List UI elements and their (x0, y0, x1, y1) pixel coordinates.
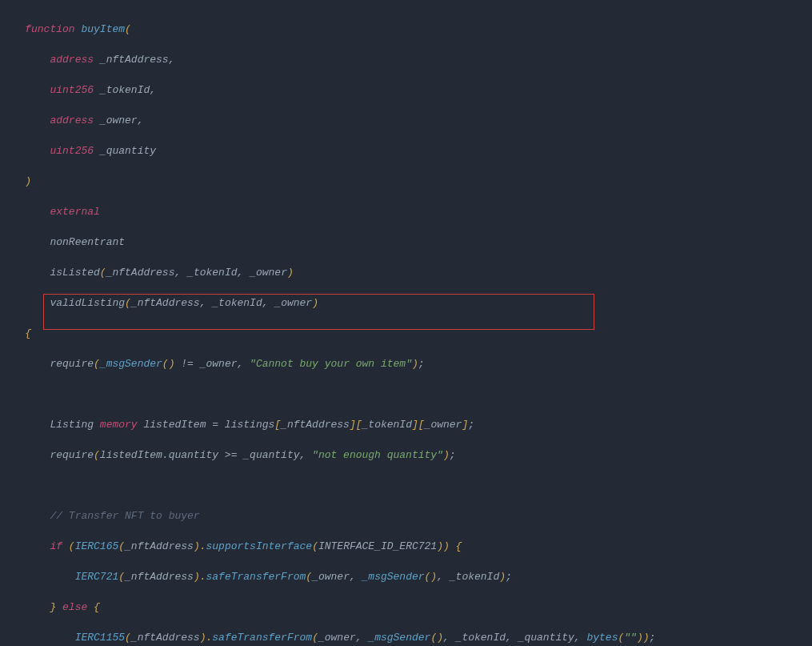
type-address: address (50, 54, 94, 66)
comma: , (262, 297, 275, 309)
type-Listing: Listing (50, 419, 99, 431)
call-require: require (50, 358, 94, 370)
keyword-function: function (25, 23, 74, 35)
paren: () (425, 571, 438, 583)
paren: ( (94, 449, 100, 461)
string-literal: "not enough quantity" (312, 449, 443, 461)
paren: ( (306, 571, 312, 583)
bracket: ][ (350, 419, 362, 431)
paren: () (162, 358, 175, 370)
arg: _nftAddress (106, 267, 175, 279)
call-safeTransferFrom: safeTransferFrom (206, 571, 306, 583)
paren: ( (125, 632, 131, 644)
idx: _nftAddress (281, 419, 350, 431)
arg: _tokenId (456, 632, 506, 644)
comma: , (200, 297, 213, 309)
arg: _quantity (518, 632, 574, 644)
brace: } (50, 601, 62, 613)
call-msgSender: _msgSender (100, 358, 162, 370)
paren: ) (312, 297, 318, 309)
call-bytes: bytes (586, 632, 618, 644)
comma: , (138, 114, 144, 126)
comma: , (437, 571, 450, 583)
modifier-nonReentrant: nonReentrant (50, 236, 125, 248)
type-uint256: uint256 (50, 145, 94, 157)
arg: _nftAddress (131, 297, 200, 309)
type-IERC721: IERC721 (75, 571, 119, 583)
comma: , (356, 632, 369, 644)
comma: , (238, 358, 250, 370)
paren: ) (443, 449, 450, 461)
arg: _nftAddress (125, 571, 194, 583)
semicolon: ; (506, 571, 512, 583)
paren: ). (194, 571, 206, 583)
bracket: ][ (412, 419, 425, 431)
paren: )) (637, 632, 650, 644)
comment: // Transfer NFT to buyer (50, 510, 199, 522)
comma: , (350, 571, 362, 583)
keyword-else: else (62, 601, 87, 613)
call-supportsInterface: supportsInterface (206, 540, 313, 552)
arg: _tokenId (450, 571, 499, 583)
arg: _owner (318, 632, 356, 644)
paren: ) (287, 267, 294, 279)
idx: _owner (425, 419, 462, 431)
comma: , (169, 54, 175, 66)
code-block: function buyItem( address _nftAddress, u… (0, 0, 812, 646)
modifier-isListed: isListed (50, 267, 99, 279)
call-msgSender: _msgSender (362, 571, 425, 583)
arg: _tokenId (187, 267, 237, 279)
paren: ( (125, 297, 131, 309)
paren: ). (200, 632, 213, 644)
assign: listedItem = listings (138, 419, 275, 431)
semicolon: ; (468, 419, 474, 431)
arg: _owner (250, 267, 287, 279)
arg: _owner (274, 297, 312, 309)
paren: )) { (437, 540, 462, 552)
paren: ) (499, 571, 506, 583)
paren: ). (194, 540, 206, 552)
paren: ( (118, 540, 125, 552)
comma: , (299, 449, 312, 461)
op-neq: != (174, 358, 199, 370)
bracket: [ (274, 419, 281, 431)
comma: , (238, 267, 250, 279)
paren: ( (312, 632, 318, 644)
type-IERC165: IERC165 (75, 540, 119, 552)
paren: ) (25, 175, 31, 187)
paren: ( (62, 540, 75, 552)
arg: _tokenId (212, 297, 262, 309)
type-IERC1155: IERC1155 (75, 632, 125, 644)
comma: , (174, 267, 187, 279)
param-owner: _owner (100, 114, 138, 126)
expr: listedItem.quantity >= _quantity (100, 449, 300, 461)
paren: ) (412, 358, 418, 370)
paren: ( (100, 267, 106, 279)
comma: , (150, 84, 156, 96)
param-nftAddress: _nftAddress (100, 54, 169, 66)
string-empty: "" (624, 632, 637, 644)
type-uint256: uint256 (50, 84, 94, 96)
modifier-external: external (50, 206, 99, 218)
comma: , (574, 632, 587, 644)
type-address: address (50, 114, 94, 126)
brace: { (87, 601, 100, 613)
paren: ( (94, 358, 100, 370)
call-require: require (50, 449, 94, 461)
semicolon: ; (450, 449, 456, 461)
paren: () (430, 632, 443, 644)
call-safeTransferFrom: safeTransferFrom (212, 632, 312, 644)
id-owner: _owner (200, 358, 238, 370)
semicolon: ; (418, 358, 425, 370)
fn-buyItem: buyItem (81, 23, 125, 35)
modifier-validListing: validListing (50, 297, 125, 309)
call-msgSender: _msgSender (368, 632, 430, 644)
comma: , (506, 632, 518, 644)
paren: ( (118, 571, 125, 583)
const-interface-id: INTERFACE_ID_ERC721 (318, 540, 437, 552)
param-quantity: _quantity (100, 145, 156, 157)
keyword-if: if (50, 540, 62, 552)
semicolon: ; (650, 632, 656, 644)
comma: , (443, 632, 456, 644)
string-literal: "Cannot buy your own item" (250, 358, 412, 370)
